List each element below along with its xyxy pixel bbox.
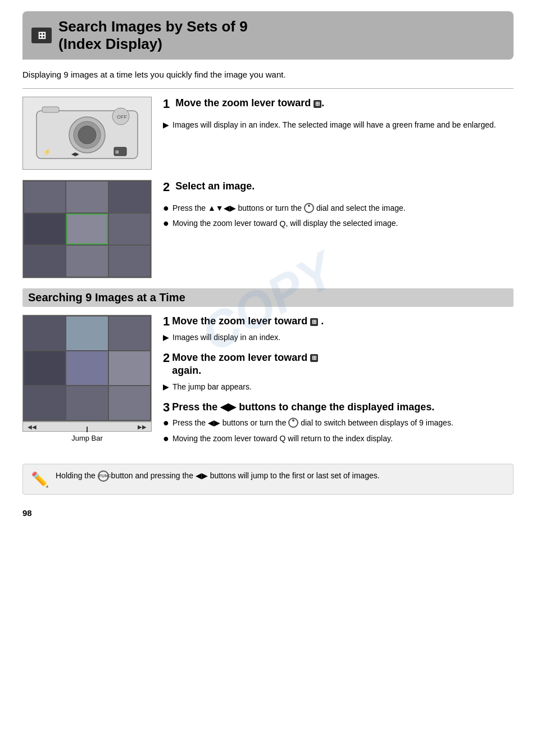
magnify-icon-1: Q bbox=[280, 218, 286, 230]
jump-cell-5 bbox=[66, 351, 107, 385]
func-icon: FUNC bbox=[98, 470, 109, 482]
step1-heading: Move the zoom lever toward ⊞. bbox=[175, 97, 324, 110]
svg-point-3 bbox=[78, 126, 96, 144]
s2-step3-heading-row: 3 Press the ◀▶ buttons to change the dis… bbox=[163, 401, 514, 414]
svg-text:⚡: ⚡ bbox=[43, 148, 51, 156]
s2-step3-bullet-1: ● Press the ◀▶ buttons or turn the dial … bbox=[163, 417, 514, 429]
divider bbox=[22, 88, 514, 89]
index-icon-2: ⊞ bbox=[310, 318, 318, 326]
jump-cell-4 bbox=[24, 351, 65, 385]
index-cell-4 bbox=[24, 214, 65, 245]
jump-bar-container bbox=[22, 422, 152, 432]
s2-step2-heading-row: 2 Move the zoom lever toward ⊞ again. bbox=[163, 351, 514, 378]
jump-section: Jump Bar 1 Move the zoom lever toward ⊞ … bbox=[22, 315, 514, 452]
index-cell-1 bbox=[24, 182, 65, 212]
s2-step1-bullet: ▶ Images will display in an index. bbox=[163, 332, 514, 343]
index-grid bbox=[22, 180, 152, 278]
s2-step3-num: 3 bbox=[163, 401, 170, 414]
jump-cell-7 bbox=[24, 386, 65, 420]
step2-number: 2 bbox=[163, 181, 170, 193]
section2-steps: 1 Move the zoom lever toward ⊞ . ▶ Image… bbox=[163, 315, 514, 452]
step2-heading: Select an image. bbox=[175, 180, 255, 193]
s2-step1-title: Move the zoom lever toward ⊞ . bbox=[172, 315, 324, 328]
intro-text: Displaying 9 images at a time lets you q… bbox=[22, 70, 514, 79]
jump-bar bbox=[22, 422, 152, 432]
page-number: 98 bbox=[22, 508, 514, 518]
step1-number: 1 bbox=[163, 98, 170, 110]
jump-bar-line bbox=[87, 427, 88, 432]
note-box: ✏️ Holding the FUNC button and pressing … bbox=[22, 464, 514, 495]
step2-content: 2 Select an image. ● Press the ▲▼◀▶ butt… bbox=[163, 180, 514, 233]
s2-step1: 1 Move the zoom lever toward ⊞ . ▶ Image… bbox=[163, 315, 514, 343]
jump-cell-3 bbox=[109, 316, 150, 350]
note-text: Holding the FUNC button and pressing the… bbox=[56, 470, 380, 482]
index-cell-2 bbox=[66, 182, 107, 212]
section2-heading: Searching 9 Images at a Time bbox=[22, 288, 514, 307]
index-cell-6 bbox=[109, 214, 150, 245]
s2-step3-title: Press the ◀▶ buttons to change the displ… bbox=[172, 401, 434, 414]
jump-label: Jump Bar bbox=[71, 434, 103, 442]
s2-step1-heading-row: 1 Move the zoom lever toward ⊞ . bbox=[163, 315, 514, 328]
jump-grid bbox=[22, 315, 152, 422]
magnify-icon-2: Q bbox=[280, 433, 286, 445]
s2-step1-num: 1 bbox=[163, 315, 170, 328]
section-icon: ⊞ bbox=[31, 28, 52, 43]
s2-step3-bullet-2: ● Moving the zoom lever toward Q will re… bbox=[163, 433, 514, 445]
svg-text:◀▶: ◀▶ bbox=[71, 151, 79, 157]
jump-image-wrap: Jump Bar bbox=[22, 315, 152, 442]
title-block: ⊞ Search Images by Sets of 9 (Index Disp… bbox=[22, 11, 514, 60]
jump-cell-1 bbox=[24, 316, 65, 350]
s2-step2-num: 2 bbox=[163, 352, 170, 364]
s2-step3: 3 Press the ◀▶ buttons to change the dis… bbox=[163, 401, 514, 445]
camera-diagram: OFF ⊞ ⚡ ◀▶ bbox=[22, 97, 152, 170]
svg-text:OFF: OFF bbox=[117, 114, 127, 120]
step1-bullet-1: ▶ Images will display in an index. The s… bbox=[163, 119, 514, 131]
step2-bullet-2: ● Moving the zoom lever toward Q, will d… bbox=[163, 218, 514, 230]
s2-step2-bullet: ▶ The jump bar appears. bbox=[163, 381, 514, 393]
camera-image: OFF ⊞ ⚡ ◀▶ bbox=[22, 97, 152, 170]
svg-rect-4 bbox=[42, 107, 59, 112]
index-cell-5 bbox=[66, 214, 107, 245]
step-row-1: OFF ⊞ ⚡ ◀▶ 1 Move the zoom lever toward … bbox=[22, 97, 514, 170]
jump-cell-8 bbox=[66, 386, 107, 420]
index-cell-8 bbox=[66, 246, 107, 277]
dial-icon-2 bbox=[288, 418, 298, 428]
dial-icon-1 bbox=[304, 203, 314, 213]
s2-step2: 2 Move the zoom lever toward ⊞ again. ▶ … bbox=[163, 351, 514, 393]
s2-step2-title: Move the zoom lever toward ⊞ again. bbox=[172, 351, 318, 378]
index-icon-1: ⊞ bbox=[314, 100, 321, 108]
svg-text:⊞: ⊞ bbox=[115, 150, 119, 155]
jump-cell-9 bbox=[109, 386, 150, 420]
index-cell-9 bbox=[109, 246, 150, 277]
page-title: Search Images by Sets of 9 (Index Displa… bbox=[58, 18, 248, 53]
step2-bullet-1: ● Press the ▲▼◀▶ buttons or turn the dia… bbox=[163, 202, 514, 215]
step-row-2: 2 Select an image. ● Press the ▲▼◀▶ butt… bbox=[22, 180, 514, 278]
index-image bbox=[22, 180, 152, 278]
index-cell-3 bbox=[109, 182, 150, 212]
note-icon: ✏️ bbox=[31, 471, 49, 488]
index-cell-7 bbox=[24, 246, 65, 277]
index-icon-3: ⊞ bbox=[310, 354, 318, 362]
step1-content: 1 Move the zoom lever toward ⊞. ▶ Images… bbox=[163, 97, 514, 134]
jump-cell-6 bbox=[109, 351, 150, 385]
jump-cell-2 bbox=[66, 316, 107, 350]
